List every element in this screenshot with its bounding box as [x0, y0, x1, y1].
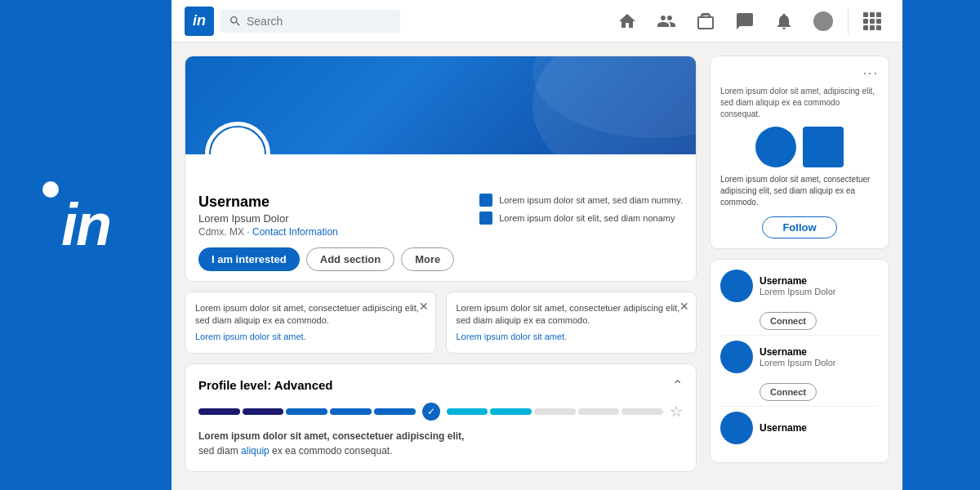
metric-box-1 [479, 194, 492, 207]
suggestion-link-1[interactable]: Lorem ipsum dolor sit amet. [195, 331, 425, 343]
person-info-1: Username Lorem Ipsum Dolor [760, 275, 879, 296]
people-icon [657, 11, 676, 31]
profile-avatar [205, 122, 270, 154]
promo-images [720, 127, 879, 167]
profile-metrics: Lorem ipsum dolor sit amet, sed diam num… [479, 194, 683, 225]
promo-more-icon[interactable]: ··· [863, 66, 879, 81]
page-body: Username Lorem Ipsum Dolor Cdmx. MX · Co… [172, 42, 902, 490]
promo-card: ··· Lorem ipsum dolor sit amet, adipisci… [710, 56, 889, 249]
profile-banner [185, 56, 696, 154]
profile-card: Username Lorem Ipsum Dolor Cdmx. MX · Co… [185, 56, 697, 282]
people-card: Username Lorem Ipsum Dolor Connect Usern… [710, 259, 889, 463]
nav-profile[interactable] [805, 8, 841, 34]
prog-seg-4 [330, 408, 372, 415]
progress-bar-container: ✓ ☆ [198, 403, 683, 421]
banner-wave [451, 56, 696, 154]
person-divider-2 [720, 406, 879, 407]
prog-seg-10 [621, 408, 663, 415]
metric-2: Lorem ipsum dolor sit elit, sed diam non… [479, 212, 683, 225]
profile-name: Username [198, 194, 466, 211]
main-wrapper: in [172, 0, 902, 490]
progress-segments [198, 408, 416, 415]
person-info-2: Username Lorem Ipsum Dolor [760, 346, 879, 368]
navbar-logo: in [185, 7, 214, 36]
promo-circle [755, 127, 796, 167]
connect-button-1[interactable]: Connect [760, 312, 817, 330]
suggestion-row: ✕ Lorem ipsum dolor sit amet, consectetu… [185, 292, 697, 354]
prog-seg-5 [374, 408, 416, 415]
collapse-button[interactable]: ⌃ [672, 377, 683, 393]
bell-icon [774, 11, 794, 31]
connect-button-2[interactable]: Connect [760, 383, 817, 401]
promo-card-header: ··· [720, 66, 879, 81]
logo-text: in [61, 195, 110, 254]
metric-text-1: Lorem ipsum dolor sit amet, sed diam num… [499, 194, 683, 206]
profile-location: Cdmx. MX · Contact Information [198, 226, 466, 238]
search-bar[interactable] [220, 10, 400, 33]
prog-seg-2 [243, 408, 284, 415]
nav-apps[interactable] [855, 9, 889, 33]
person-name-3: Username [760, 422, 879, 434]
profile-level-link[interactable]: aliquip [241, 445, 270, 457]
metric-text-2: Lorem ipsum dolor sit elit, sed diam non… [499, 212, 675, 224]
add-section-button[interactable]: Add section [306, 247, 394, 271]
person-divider-1 [720, 335, 879, 336]
nav-icons [609, 8, 889, 34]
profile-level-header: Profile level: Advanced ⌃ [198, 377, 683, 393]
promo-square [803, 127, 844, 167]
promo-desc: Lorem ipsum dolor sit amet, consectetuer… [720, 174, 879, 208]
home-icon [617, 11, 637, 31]
chat-icon [735, 11, 755, 31]
prog-seg-7 [490, 408, 532, 415]
progress-segments-2 [447, 408, 664, 415]
nav-messaging[interactable] [727, 8, 763, 34]
prog-seg-6 [447, 408, 488, 415]
promo-top-text: Lorem ipsum dolor sit amet, adipiscing e… [720, 86, 879, 120]
person-item-3: Username [720, 412, 879, 444]
profile-level-desc: Lorem ipsum dolor sit amet, consectetuer… [198, 429, 683, 458]
nav-divider [848, 8, 849, 34]
metric-1: Lorem ipsum dolor sit amet, sed diam num… [479, 194, 683, 207]
profile-level-title: Profile level: Advanced [198, 378, 333, 392]
person-info-3: Username [760, 422, 879, 434]
profile-details: Username Lorem Ipsum Dolor Cdmx. MX · Co… [198, 194, 466, 238]
briefcase-icon [696, 11, 715, 31]
prog-seg-9 [578, 408, 620, 415]
progress-check: ✓ [422, 403, 440, 421]
person-avatar-1 [720, 270, 753, 302]
suggestion-close-1[interactable]: ✕ [419, 299, 429, 315]
person-avatar-3 [720, 412, 753, 444]
avatar-inner [209, 126, 266, 154]
nav-home[interactable] [609, 8, 645, 34]
person-item-1: Username Lorem Ipsum Dolor [720, 270, 879, 302]
grid-icon [863, 12, 881, 30]
search-input[interactable] [247, 15, 377, 28]
suggestion-close-2[interactable]: ✕ [679, 299, 689, 315]
prog-seg-3 [286, 408, 327, 415]
nav-jobs[interactable] [688, 8, 724, 34]
profile-actions: I am interested Add section More [185, 247, 696, 281]
interested-button[interactable]: I am interested [198, 247, 300, 271]
right-sidebar: ··· Lorem ipsum dolor sit amet, adipisci… [710, 56, 889, 477]
follow-button[interactable]: Follow [762, 216, 836, 238]
person-name-2: Username [760, 346, 879, 358]
progress-star[interactable]: ☆ [670, 403, 683, 421]
contact-info-link[interactable]: Contact Information [252, 226, 338, 238]
nav-notifications[interactable] [766, 8, 802, 34]
profile-title: Lorem Ipsum Dolor [198, 212, 466, 225]
logo-dot [42, 181, 59, 198]
search-icon [229, 15, 242, 28]
metric-box-2 [479, 212, 492, 225]
suggestion-text-2: Lorem ipsum dolor sit amet, consectetuer… [457, 303, 680, 325]
brand-logo-left: in [24, 163, 147, 286]
person-item-2: Username Lorem Ipsum Dolor [720, 341, 879, 373]
nav-people[interactable] [648, 8, 684, 34]
suggestion-text-1: Lorem ipsum dolor sit amet, consectetuer… [195, 303, 419, 325]
avatar-circle [813, 11, 833, 31]
suggestion-card-1: ✕ Lorem ipsum dolor sit amet, consectetu… [185, 292, 436, 354]
person-title-1: Lorem Ipsum Dolor [760, 287, 879, 296]
navbar: in [172, 0, 902, 42]
suggestion-link-2[interactable]: Lorem ipsum dolor sit amet. [457, 331, 687, 343]
more-button[interactable]: More [401, 247, 454, 271]
prog-seg-1 [198, 408, 240, 415]
